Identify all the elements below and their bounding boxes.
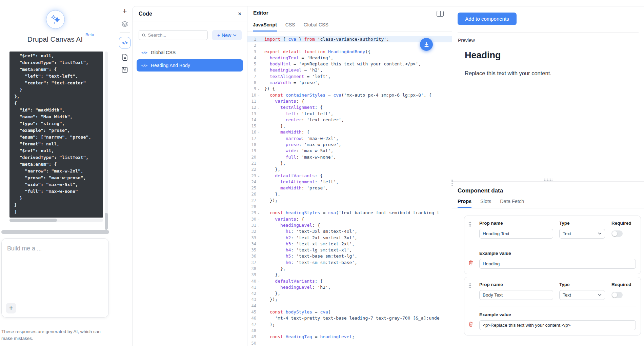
prop-name-input[interactable] <box>479 229 553 239</box>
fold-toggle-icon[interactable]: ⌄ <box>256 278 261 284</box>
code-line[interactable]: 29⌄ const headingStyles = cva('text-bala… <box>247 210 452 216</box>
snippet-vertical-scrollbar-thumb[interactable] <box>105 213 108 230</box>
code-line[interactable]: 10⌄ const containerStyles = cva('mx-auto… <box>247 92 452 98</box>
prop-name-input[interactable] <box>479 290 553 300</box>
horizontal-resize-handle[interactable] <box>544 178 552 181</box>
code-line[interactable]: 13 left: 'text-left', <box>247 111 452 117</box>
code-line[interactable]: 40⌄ defaultVariants: { <box>247 278 452 284</box>
attach-button[interactable]: + <box>6 303 16 313</box>
code-line[interactable]: 37 h6: 'text-sm sm:text-base', <box>247 260 452 266</box>
code-line[interactable]: 15 }, <box>247 123 452 129</box>
drag-handle-icon[interactable] <box>468 222 471 227</box>
code-line[interactable]: 26 }, <box>247 191 452 197</box>
snippet-vertical-scrollbar[interactable] <box>105 52 108 223</box>
code-line[interactable]: 27 }); <box>247 198 452 204</box>
required-toggle[interactable] <box>611 292 623 298</box>
add-panel-button[interactable]: + <box>123 7 127 15</box>
code-line[interactable]: 39 }, <box>247 272 452 278</box>
code-line[interactable]: 47 ); <box>247 322 452 328</box>
code-line[interactable]: 4 headingText = 'Heading', <box>247 55 452 61</box>
tab-javascript[interactable]: JavaScript <box>253 22 277 32</box>
fold-toggle-icon[interactable]: ⌄ <box>256 216 261 222</box>
code-line[interactable]: 38 }, <box>247 266 452 272</box>
required-toggle[interactable] <box>611 230 623 237</box>
download-button[interactable] <box>420 38 433 51</box>
code-line[interactable]: 31⌄ headingLevel: { <box>247 222 452 228</box>
code-line[interactable]: 19 wide: 'max-w-5xl', <box>247 148 452 154</box>
example-value-input[interactable] <box>479 259 636 269</box>
code-line[interactable]: 12⌄ textAlignment: { <box>247 104 452 110</box>
prompt-input[interactable] <box>2 239 108 317</box>
code-line[interactable]: 22 }, <box>247 166 452 172</box>
fold-toggle-icon[interactable]: ⌄ <box>256 210 261 216</box>
code-panel-button[interactable]: </> <box>119 37 130 48</box>
add-to-components-button[interactable]: Add to components <box>458 13 517 25</box>
code-line[interactable]: 18 prose: 'max-w-prose', <box>247 142 452 148</box>
code-line[interactable]: 48 <box>247 328 452 334</box>
code-line[interactable]: 20 full: 'max-w-none', <box>247 154 452 160</box>
code-line[interactable]: 3export default function HeadingAndBody(… <box>247 49 452 55</box>
tab-data-fetch[interactable]: Data Fetch <box>500 199 524 208</box>
code-line[interactable]: 50 <box>247 340 452 346</box>
fold-toggle-icon[interactable]: ⌄ <box>256 92 261 98</box>
code-line[interactable]: 43 }); <box>247 297 452 303</box>
delete-prop-button[interactable] <box>468 260 473 267</box>
code-line[interactable]: 7 textAlignment = 'left', <box>247 74 452 80</box>
code-line[interactable]: 17 narrow: 'max-w-2xl', <box>247 136 452 142</box>
type-select[interactable]: Text <box>559 229 605 239</box>
code-line[interactable]: 42 }, <box>247 290 452 297</box>
snippet-horizontal-scrollbar-thumb[interactable] <box>9 219 57 222</box>
delete-prop-button[interactable] <box>468 321 473 328</box>
tab-global-css[interactable]: Global CSS <box>304 22 328 32</box>
drag-handle-icon[interactable] <box>468 283 471 288</box>
close-code-panel-button[interactable]: ✕ <box>238 11 242 17</box>
code-line[interactable]: 46 'mt-4 text-pretty text-base leading-7… <box>247 315 452 321</box>
type-select[interactable]: Text <box>559 290 605 300</box>
fold-toggle-icon[interactable]: ⌄ <box>256 86 261 92</box>
code-line[interactable]: 25 maxWidth: 'prose', <box>247 185 452 191</box>
code-line[interactable]: 32 h1: 'text-3xl sm:text-4xl', <box>247 228 452 235</box>
code-file-item-global-css[interactable]: </>Global CSS <box>137 48 243 57</box>
vertical-resize-handle[interactable] <box>450 179 453 186</box>
code-line[interactable]: 11⌄ variants: { <box>247 98 452 104</box>
example-value-input[interactable] <box>479 320 636 330</box>
code-line[interactable]: 45 const bodyStyles = cva( <box>247 309 452 315</box>
code-file-item-heading-and-body[interactable]: </>Heading And Body <box>137 59 243 72</box>
code-line[interactable]: 44 <box>247 303 452 309</box>
code-line[interactable]: 30⌄ variants: { <box>247 216 452 222</box>
code-line[interactable]: 35 h4: 'text-lg sm:text-xl', <box>247 247 452 253</box>
fold-toggle-icon[interactable]: ⌄ <box>256 104 261 110</box>
code-line[interactable]: 33 h2: 'text-2xl sm:text-3xl', <box>247 235 452 241</box>
code-line[interactable]: 36 h5: 'text-base sm:text-lg', <box>247 253 452 259</box>
code-line[interactable]: 9⌄}) { <box>247 86 452 92</box>
code-line[interactable]: 34 h3: 'text-xl sm:text-2xl', <box>247 241 452 247</box>
code-line[interactable]: 21 }, <box>247 160 452 166</box>
tab-slots[interactable]: Slots <box>480 199 491 208</box>
code-line[interactable]: 49 const HeadingTag = headingLevel; <box>247 334 452 340</box>
fold-toggle-icon[interactable]: ⌄ <box>256 222 261 228</box>
code-line[interactable]: 24 textAlignment: 'left', <box>247 179 452 185</box>
code-line[interactable]: 8 maxWidth = 'prose', <box>247 80 452 86</box>
split-view-button[interactable] <box>437 11 444 17</box>
snippet-horizontal-scrollbar[interactable] <box>9 219 103 222</box>
code-line[interactable]: 5 bodyHtml = '<p>Replace this text with … <box>247 61 452 67</box>
code-line[interactable]: 28 <box>247 204 452 210</box>
fold-toggle-icon[interactable]: ⌄ <box>256 173 261 179</box>
code-editor[interactable]: 1import { cva } from 'class-variance-aut… <box>247 35 452 346</box>
code-line[interactable]: 16⌄ maxWidth: { <box>247 129 452 135</box>
chat-horizontal-scrollbar[interactable] <box>1 230 109 234</box>
new-code-button[interactable]: + New <box>212 30 242 40</box>
library-button[interactable] <box>121 66 128 73</box>
document-button[interactable] <box>122 54 128 61</box>
fold-toggle-icon[interactable]: ⌄ <box>256 98 261 104</box>
search-input[interactable] <box>148 33 205 38</box>
tab-props[interactable]: Props <box>458 199 471 208</box>
fold-toggle-icon[interactable]: ⌄ <box>256 129 261 135</box>
code-text: defaultVariants: { <box>264 173 323 179</box>
code-line[interactable]: 6 headingLevel = 'h2', <box>247 67 452 73</box>
code-line[interactable]: 41 headingLevel: 'h2', <box>247 284 452 290</box>
layers-button[interactable] <box>121 20 128 28</box>
tab-css[interactable]: CSS <box>285 22 295 32</box>
code-line[interactable]: 14 center: 'text-center', <box>247 117 452 123</box>
code-line[interactable]: 23⌄ defaultVariants: { <box>247 173 452 179</box>
